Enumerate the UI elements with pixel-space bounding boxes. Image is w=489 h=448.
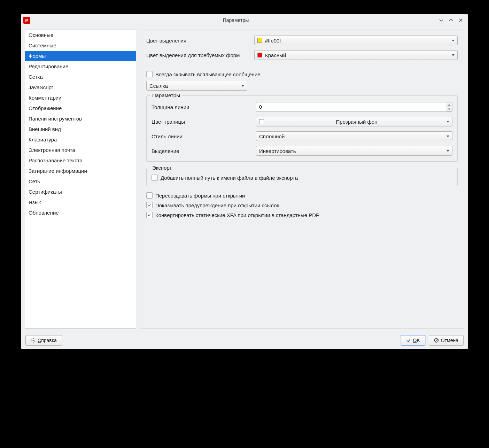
spin-down-button[interactable]: ▼ bbox=[446, 107, 452, 112]
help-button-label: Справка bbox=[38, 338, 57, 343]
chevron-down-icon bbox=[447, 121, 449, 123]
line-width-input[interactable] bbox=[256, 102, 446, 111]
maximize-button[interactable] bbox=[448, 17, 454, 23]
close-button[interactable] bbox=[458, 17, 464, 23]
sidebar-item[interactable]: Распознавание текста bbox=[25, 155, 136, 166]
always-hide-checkbox[interactable] bbox=[146, 71, 153, 77]
sidebar-item[interactable]: Обновление bbox=[25, 208, 136, 218]
chevron-down-icon bbox=[241, 85, 244, 87]
titlebar: M Параметры bbox=[21, 14, 468, 26]
warn-links-checkbox[interactable]: ✓ bbox=[146, 202, 153, 208]
highlight-mode-combo[interactable]: Инвертировать bbox=[256, 146, 452, 156]
sidebar-item[interactable]: Клавиатура bbox=[25, 134, 136, 145]
svg-point-1 bbox=[33, 340, 34, 341]
required-color-label: Цвет выделения для требуемых форм bbox=[146, 52, 251, 58]
cancel-button-label: Отмена bbox=[441, 338, 458, 343]
preferences-window: M Параметры ОсновныеСистемныеФормыРедакт… bbox=[21, 14, 468, 349]
required-color-combo[interactable]: Красный bbox=[254, 50, 458, 60]
border-color-swatch bbox=[259, 119, 264, 124]
line-style-value: Сплошной bbox=[259, 133, 285, 139]
highlight-color-label: Цвет выделения bbox=[146, 38, 251, 44]
object-type-combo[interactable]: Ссылка bbox=[146, 81, 247, 91]
ok-button-label: OK bbox=[413, 338, 420, 343]
sidebar-item[interactable]: JavaScript bbox=[25, 82, 136, 93]
line-style-combo[interactable]: Сплошной bbox=[256, 131, 452, 141]
convert-xfa-checkbox[interactable]: ✓ bbox=[146, 212, 153, 218]
highlight-color-value: #ffe00f bbox=[265, 38, 281, 44]
line-style-label: Стиль линии bbox=[152, 133, 253, 139]
sidebar-item[interactable]: Отображение bbox=[25, 103, 136, 114]
app-icon: M bbox=[23, 17, 30, 24]
chevron-down-icon bbox=[452, 40, 455, 41]
line-width-label: Толщина линии bbox=[152, 104, 253, 110]
sidebar-item[interactable]: Редактирование bbox=[25, 61, 136, 72]
sidebar-item[interactable]: Комментарии bbox=[25, 93, 136, 103]
required-color-swatch bbox=[257, 53, 262, 57]
border-color-value: Прозрачный фон bbox=[267, 119, 447, 125]
dialog-footer: Справка OK Отмена bbox=[21, 332, 468, 349]
chevron-down-icon bbox=[447, 150, 449, 152]
highlight-color-combo[interactable]: #ffe00f bbox=[254, 36, 458, 45]
category-sidebar[interactable]: ОсновныеСистемныеФормыРедактированиеСетк… bbox=[25, 30, 136, 329]
sidebar-item[interactable]: Системные bbox=[25, 40, 136, 51]
export-group-title: Экспорт bbox=[150, 165, 174, 171]
settings-panel: Цвет выделения #ffe00f Цвет выделения дл… bbox=[140, 30, 464, 329]
help-icon bbox=[31, 338, 36, 343]
required-color-value: Красный bbox=[265, 52, 286, 58]
parameters-group: Параметры Толщина линии ▲ ▼ Цвет границы bbox=[146, 95, 458, 162]
ok-button[interactable]: OK bbox=[401, 335, 425, 346]
sidebar-item[interactable]: Внешний вид bbox=[25, 124, 136, 134]
highlight-mode-label: Выделение bbox=[152, 148, 253, 154]
check-icon bbox=[406, 338, 411, 343]
window-title: Параметры bbox=[33, 17, 438, 23]
sidebar-item[interactable]: Панели инструментов bbox=[25, 114, 136, 124]
export-fullpath-label: Добавить полный путь к имени файла в фай… bbox=[161, 175, 298, 181]
parameters-group-title: Параметры bbox=[150, 92, 182, 98]
svg-line-3 bbox=[435, 339, 437, 342]
help-button[interactable]: Справка bbox=[25, 335, 62, 346]
chevron-down-icon bbox=[452, 54, 455, 56]
sidebar-item[interactable]: Затирание информации bbox=[25, 166, 136, 176]
sidebar-item[interactable]: Сеть bbox=[25, 176, 136, 187]
cancel-icon bbox=[434, 338, 439, 343]
warn-links-label: Показывать предупреждение при открытии с… bbox=[155, 202, 279, 208]
sidebar-item[interactable]: Сетка bbox=[25, 72, 136, 82]
recreate-forms-label: Пересоздавать формы при открытии bbox=[155, 193, 245, 199]
sidebar-item[interactable]: Формы bbox=[25, 51, 136, 61]
convert-xfa-label: Конвертировать статические XFA при откры… bbox=[155, 212, 319, 218]
highlight-mode-value: Инвертировать bbox=[259, 148, 296, 154]
border-color-label: Цвет границы bbox=[152, 119, 253, 125]
chevron-down-icon bbox=[447, 136, 449, 137]
export-group: Экспорт Добавить полный путь к имени фай… bbox=[146, 168, 458, 186]
sidebar-item[interactable]: Основные bbox=[25, 30, 136, 40]
sidebar-item[interactable]: Язык bbox=[25, 197, 136, 208]
always-hide-label: Всегда скрывать всплывающее сообщение bbox=[155, 71, 261, 77]
recreate-forms-checkbox[interactable] bbox=[146, 192, 153, 199]
line-width-spinner[interactable]: ▲ ▼ bbox=[256, 102, 452, 112]
minimize-button[interactable] bbox=[438, 17, 444, 23]
object-type-value: Ссылка bbox=[149, 83, 168, 89]
cancel-button[interactable]: Отмена bbox=[429, 335, 464, 346]
export-fullpath-checkbox[interactable] bbox=[152, 175, 158, 181]
sidebar-item[interactable]: Сертификаты bbox=[25, 187, 136, 197]
highlight-color-swatch bbox=[257, 38, 262, 43]
sidebar-item[interactable]: Электронная почта bbox=[25, 145, 136, 155]
spin-up-button[interactable]: ▲ bbox=[446, 102, 452, 107]
border-color-combo[interactable]: Прозрачный фон bbox=[256, 117, 452, 126]
